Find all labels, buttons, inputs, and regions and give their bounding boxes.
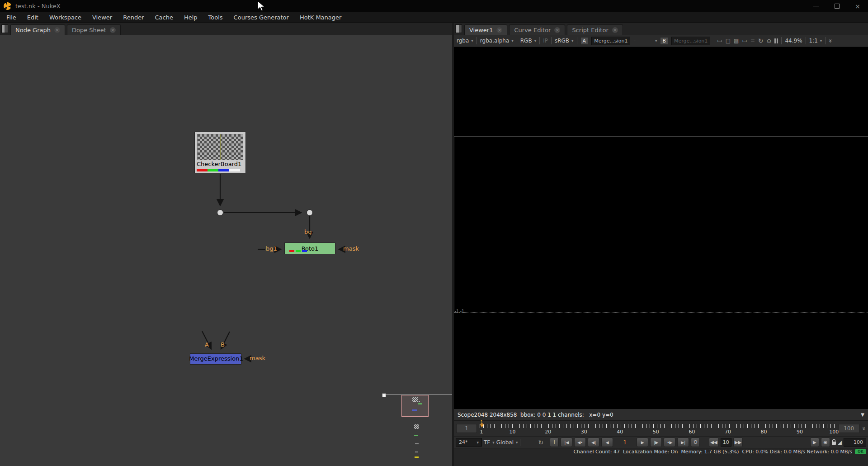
close-icon[interactable]: × (612, 27, 618, 33)
input-label-b: B (221, 341, 225, 348)
lock-icon[interactable] (832, 442, 836, 445)
timeline-options-icon[interactable]: » (860, 427, 867, 430)
proxy-icon[interactable]: □ (726, 38, 731, 44)
tab-curve-editor[interactable]: Curve Editor × (509, 24, 565, 35)
frame-increment-field[interactable]: 10 (721, 438, 731, 447)
viewer-tab-bar: Viewer1 × Curve Editor × Script Editor × (454, 23, 868, 35)
prev-frame-button[interactable]: ◀| (588, 437, 599, 447)
pane-menu-icon[interactable] (1, 24, 8, 33)
play-forward-button[interactable]: ▶ (637, 437, 648, 447)
range-start-field[interactable]: 1 (456, 424, 477, 433)
pixel-aspect-dropdown[interactable]: 1:1 ▾ (809, 38, 822, 44)
chevron-down-icon: ▾ (476, 440, 479, 445)
node-roto1[interactable]: Roto1 (284, 243, 335, 254)
ramp-icon[interactable]: ◢ (838, 439, 842, 446)
menu-item-hotk-manager[interactable]: HotK Manager (300, 14, 341, 21)
minimize-button[interactable] (806, 0, 826, 12)
minimap-view-rect[interactable] (401, 395, 429, 417)
expand-info-icon[interactable]: ▼ (861, 412, 864, 417)
tf-value: TF (484, 439, 490, 446)
status-ok-badge: OK (855, 449, 866, 454)
layer-dropdown[interactable]: rgba ▾ (457, 38, 473, 44)
frame-range-dropdown[interactable]: Global ▾ (496, 439, 518, 446)
b-buffer-input[interactable]: Merge...sion1 (671, 37, 710, 45)
record-icon[interactable]: ◉ (821, 437, 830, 447)
fps-dropdown[interactable]: 24* ▾ (456, 438, 482, 447)
tab-dope-sheet[interactable]: Dope Sheet × (67, 24, 121, 35)
loop-mode-icon[interactable]: ↻ (538, 439, 544, 446)
tab-viewer1[interactable]: Viewer1 × (464, 24, 507, 35)
zoom-level[interactable]: 44.9% (785, 38, 802, 44)
chevron-down-icon: ▾ (655, 38, 657, 43)
tab-dope-sheet-label: Dope Sheet (72, 27, 106, 33)
tab-node-graph[interactable]: Node Graph × (10, 24, 65, 35)
stack-icon[interactable]: ≡ (750, 38, 755, 44)
menu-item-help[interactable]: Help (184, 14, 198, 21)
pause-icon[interactable] (774, 38, 778, 43)
play-backward-button[interactable]: ◀ (601, 437, 613, 447)
gear-icon[interactable]: ⊙ (767, 38, 772, 44)
menu-item-tools[interactable]: Tools (208, 14, 223, 21)
a-buffer-input[interactable]: Merge...sion1 (591, 37, 630, 45)
node-checkerboard1[interactable]: CheckerBoard1 (194, 132, 246, 173)
window-title: test.nk - NukeX (15, 3, 61, 10)
menu-item-cache[interactable]: Cache (155, 14, 173, 21)
playhead[interactable]: 1 (480, 420, 484, 429)
tab-script-editor[interactable]: Script Editor × (567, 24, 623, 35)
more-options-icon[interactable]: » (827, 39, 834, 43)
tab-viewer1-label: Viewer1 (469, 27, 493, 33)
first-frame-button[interactable]: |◀ (561, 437, 572, 447)
fps-value: 24* (459, 439, 468, 445)
timeline-ruler[interactable]: 1 1 10 20 30 40 50 60 70 80 90 100 (480, 422, 836, 435)
node-graph-minimap[interactable] (384, 395, 452, 461)
minimize-icon (813, 6, 819, 6)
restore-button[interactable] (826, 0, 847, 12)
close-icon[interactable]: × (554, 27, 560, 33)
node-graph-canvas[interactable]: CheckerBoard1 bg Roto1 bg1 mask A B Merg… (0, 35, 452, 466)
last-frame-button[interactable]: ▶| (677, 437, 689, 447)
flipbook-play-icon[interactable]: ▶ (810, 437, 819, 447)
refresh-icon[interactable]: ↻ (758, 37, 764, 44)
minimap-handle[interactable] (382, 393, 386, 397)
in-point-button[interactable]: I (550, 437, 559, 447)
menu-item-workspace[interactable]: Workspace (49, 14, 81, 21)
viewer-canvas[interactable]: -1,-1 (454, 47, 868, 409)
a-buffer-badge[interactable]: A (580, 37, 589, 45)
close-icon[interactable]: × (54, 27, 60, 33)
close-icon[interactable]: × (110, 27, 116, 33)
viewer-process-dropdown[interactable]: sRGB ▾ (555, 38, 574, 44)
menu-item-file[interactable]: File (6, 14, 16, 21)
step-back-button[interactable]: ◀◀ (709, 437, 718, 447)
current-frame-field[interactable]: 1 (615, 439, 635, 446)
b-buffer-badge[interactable]: B (660, 37, 668, 45)
gain-region-icon[interactable]: ▭ (717, 38, 722, 44)
wipe-icon[interactable]: ▨ (734, 38, 739, 44)
layers-icon[interactable]: ▭ (742, 38, 747, 44)
next-frame-button[interactable]: |▶ (650, 437, 662, 447)
chevron-down-icon: ▾ (534, 38, 537, 43)
menu-item-render[interactable]: Render (123, 14, 144, 21)
menu-item-courses-generator[interactable]: Courses Generator (234, 14, 289, 21)
next-keyframe-button[interactable]: •▶ (664, 437, 675, 447)
range-end-field[interactable]: 100 (839, 424, 859, 433)
display-channels-dropdown[interactable]: RGB ▾ (520, 38, 536, 44)
alpha-layer-dropdown[interactable]: rgba.alpha ▾ (480, 38, 514, 44)
input-process-toggle[interactable]: IP (543, 38, 548, 44)
prev-keyframe-button[interactable]: ◀• (574, 437, 586, 447)
pane-menu-icon[interactable] (455, 24, 462, 33)
menu-item-viewer[interactable]: Viewer (92, 14, 112, 21)
viewer-process-value: sRGB (555, 38, 569, 44)
playback-controls: 24* ▾ TF ▾ Global ▾ ↻ I |◀ ◀• ◀| ◀ 1 ▶ |… (454, 437, 868, 448)
out-point-button[interactable]: O (691, 437, 700, 447)
playback-fps-display[interactable]: 100 (844, 438, 866, 447)
a-secondary-dropdown[interactable]: - ▾ (633, 38, 657, 44)
menu-item-edit[interactable]: Edit (27, 14, 38, 21)
close-button[interactable]: × (847, 0, 868, 12)
restore-icon (835, 4, 840, 9)
node-mergeexpression1[interactable]: MergeExpression1 (190, 353, 241, 365)
close-icon[interactable]: × (496, 27, 502, 33)
timeline-filter-dropdown[interactable]: TF ▾ (484, 439, 495, 446)
viewer-info-bar: Scope2048 2048x858 bbox: 0 0 1 1 channel… (454, 409, 868, 421)
step-forward-button[interactable]: ▶▶ (733, 437, 743, 447)
nuke-window: test.nk - NukeX × File Edit Workspace Vi… (0, 0, 868, 466)
